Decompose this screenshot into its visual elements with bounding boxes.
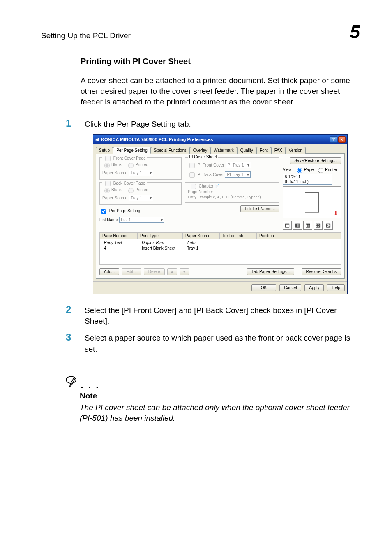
cell-r1c2: Tray 1 [184,246,221,251]
front-ps-label: Paper Source [102,171,127,175]
tab-paper-settings-button[interactable]: Tab Paper Settings... [247,268,294,275]
front-blank-radio[interactable] [104,163,110,168]
delete-button[interactable]: Delete [144,268,165,275]
tab-watermark[interactable]: Watermark [210,147,237,154]
edit-list-name-button[interactable]: Edit List Name... [240,205,279,212]
move-up-button[interactable]: ▲ [167,268,177,275]
note-label: Note [80,392,360,401]
pi-cover-sheet-group: PI Cover Sheet PI Front Cover PI Tray 1 … [185,157,279,183]
back-blank-label: Blank [111,188,122,192]
tray-icon-row: ▤ ▥ ▦ ▧ ▨ [283,221,341,230]
back-ps-label: Paper Source [102,196,127,200]
per-page-setting-checkbox[interactable] [101,208,106,214]
paper-size-value: 8 1/2x11 [285,175,300,179]
note-text: The PI cover sheet can be attached only … [80,402,360,424]
chapter-title: Chapter [199,184,214,188]
list-body[interactable]: Body Text Duplex-Bind Auto 4 Insert Blan… [99,239,341,265]
printer-icon: 🖨 [95,137,99,142]
list-row-4[interactable]: 4 Insert Blank Sheet Tray 1 [101,246,339,251]
note-pen-icon [64,374,78,390]
layout-icon-3[interactable]: ▦ [303,221,312,230]
section-title: Printing with PI Cover Sheet [81,57,360,66]
col-text-on-tab[interactable]: Text on Tab [220,233,257,239]
back-printed-radio[interactable] [128,188,134,193]
cancel-button[interactable]: Cancel [279,284,301,291]
add-button[interactable]: Add... [99,268,119,275]
tab-overlay[interactable]: Overlay [190,147,210,154]
front-ps-select[interactable]: Tray 1 [129,170,153,176]
back-printed-label: Printed [135,188,148,192]
layout-icon-5[interactable]: ▨ [324,221,333,230]
ok-button[interactable]: OK [251,284,276,291]
pi-front-cover-label: PI Front Cover [198,163,224,167]
cell-r1c0: 4 [101,246,139,251]
intro-paragraph: A cover sheet can be attached to a print… [81,75,360,108]
list-header: Page Number Print Type Paper Source Text… [99,232,341,239]
pi-front-cover-checkbox[interactable] [189,163,195,168]
pi-back-cover-checkbox[interactable] [189,172,195,178]
tab-setup[interactable]: Setup [96,147,113,154]
back-cover-label: Back Cover Page [113,181,145,185]
back-blank-radio[interactable] [104,188,110,193]
cell-r0c0: Body Text [101,240,139,246]
back-ps-select[interactable]: Tray 1 [129,195,153,201]
tab-fax[interactable]: FAX [271,147,286,154]
col-page-number[interactable]: Page Number [100,233,138,239]
per-page-setting-label: Per Page Setting [109,208,141,213]
col-position[interactable]: Position [257,233,341,239]
save-restore-button[interactable]: Save/Restore Setting... [290,157,341,164]
help-button-bottom[interactable]: Help [327,284,345,291]
chapter-hint: Entry Example 2, 4 , 6-10 (Comma, Hyphen… [188,195,277,199]
list-row-body[interactable]: Body Text Duplex-Bind Auto [101,240,339,246]
edit-button[interactable]: Edit... [122,268,141,275]
tab-per-page-setting[interactable]: Per Page Setting [113,147,151,154]
col-paper-source[interactable]: Paper Source [183,233,220,239]
cell-r1c1: Insert Blank Sheet [139,246,184,251]
step-text-1: Click the Per Page Setting tab. [85,119,191,130]
help-button[interactable]: ? [330,136,337,143]
back-cover-checkbox[interactable] [105,181,111,186]
col-print-type[interactable]: Print Type [138,233,183,239]
paper-size-box: 8 1/2x11 (8.5x11 inch) [283,174,332,185]
tab-font[interactable]: Font [256,147,271,154]
preview-arrow-icon: ⬇ [333,210,338,216]
step-number-2: 2 [66,304,73,315]
front-blank-label: Blank [111,162,122,167]
tab-strip: Setup Per Page Setting Special Functions… [93,144,347,153]
front-cover-group: Front Cover Page Blank Printed Paper Sou… [99,157,182,180]
view-paper-radio[interactable] [297,168,302,173]
tab-quality[interactable]: Quality [237,147,256,154]
page-header: Setting Up the PCL Driver [41,31,131,40]
view-printer-radio[interactable] [318,168,323,173]
front-printed-radio[interactable] [128,163,134,168]
pi-back-tray-select[interactable]: PI Tray 1 [225,171,250,178]
tab-version[interactable]: Version [286,147,306,154]
step-text-2: Select the [PI Front Cover] and [PI Back… [85,305,360,327]
pi-cover-sheet-title: PI Cover Sheet [188,155,218,159]
list-name-select[interactable]: List 1 [119,217,164,223]
chapter-number: 5 [350,23,360,41]
cell-r0c1: Duplex-Bind [139,240,184,246]
pi-front-tray-select[interactable]: PI Tray 1 [226,162,251,168]
note-dots: . . . [81,379,99,390]
apply-button[interactable]: Apply [304,284,324,291]
layout-icon-2[interactable]: ▥ [293,221,302,230]
step-number-1: 1 [66,118,73,129]
close-button[interactable]: × [338,136,346,143]
front-cover-checkbox[interactable] [105,156,111,161]
layout-icon-4[interactable]: ▧ [314,221,323,230]
front-cover-label: Front Cover Page [113,156,146,160]
dialog-title: KONICA MINOLTA 750/600 PCL Printing Pref… [101,137,213,142]
move-down-button[interactable]: ▼ [180,268,189,275]
restore-defaults-button[interactable]: Restore Defaults [302,268,341,275]
view-paper-label: Paper [304,167,315,172]
preview-pane: ⬇ [283,186,341,218]
chapter-checkbox[interactable] [191,184,196,189]
front-printed-label: Printed [135,162,148,167]
pi-back-cover-label: PI Back Cover [198,172,224,177]
layout-icon-1[interactable]: ▤ [283,221,292,230]
tab-special-functions[interactable]: Special Functions [151,147,190,154]
back-cover-group: Back Cover Page Blank Printed Paper Sour… [99,182,182,205]
view-label: View : [283,167,294,172]
step-text-3: Select a paper source to which paper use… [85,333,360,354]
